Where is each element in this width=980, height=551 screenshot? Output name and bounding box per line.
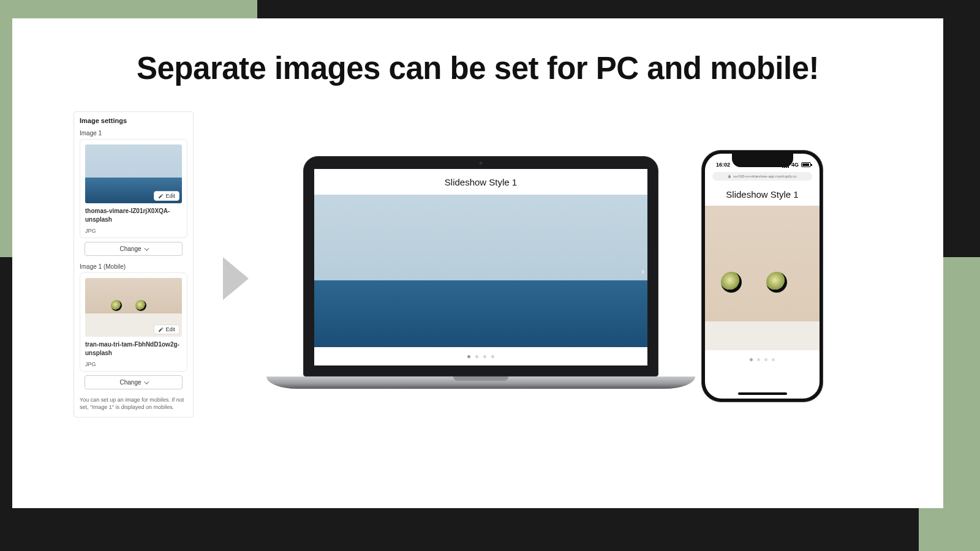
lock-icon [728,174,731,178]
edit-label: Edit [165,193,175,199]
image1-mobile-label: Image 1 (Mobile) [74,261,193,272]
image1-label: Image 1 [74,128,193,139]
carousel-dot[interactable] [757,358,760,361]
image1-change-button[interactable]: Change [85,242,183,256]
address-bar[interactable]: ss-020-un-slideshow-app.myshopify.co [712,172,812,181]
carousel-dot[interactable] [750,358,753,361]
change-label: Change [119,246,141,252]
image1-mobile-card: Edit tran-mau-tri-tam-FbhNdD1ow2g-unspla… [80,272,187,372]
address-text: ss-020-un-slideshow-app.myshopify.co [733,174,796,178]
status-time: 16:02 [716,162,730,168]
image1-card: Edit thomas-vimare-IZ01rjX0XQA-unsplash … [80,139,187,238]
pencil-icon [158,193,164,199]
carousel-dot[interactable] [467,355,470,358]
laptop-screen: Slideshow Style 1 › [314,169,647,365]
image1-mobile-edit-button[interactable]: Edit [154,324,179,334]
image1-mobile-change-button[interactable]: Change [85,375,183,389]
laptop-slide-image[interactable]: › [314,195,647,347]
phone-screen: 16:02 4G ss-020-un-slideshow-app.myshopi… [705,154,820,399]
pencil-icon [158,327,164,332]
phone-slideshow-title: Slideshow Style 1 [705,183,820,206]
phone-slide-image[interactable] [705,206,820,350]
settings-title: Image settings [74,112,193,128]
carousel-dot[interactable] [772,358,775,361]
phone-mockup: 16:02 4G ss-020-un-slideshow-app.myshopi… [701,150,823,402]
page-canvas: Separate images can be set for PC and mo… [12,18,943,508]
mobile-image-help-text: You can set up an image for mobiles. If … [74,395,193,411]
phone-notch [732,154,793,167]
image1-mobile-filename: tran-mau-tri-tam-FbhNdD1ow2g-unsplash [85,340,182,357]
change-label: Change [119,379,141,386]
laptop-mockup: Slideshow Style 1 › [303,156,658,395]
chevron-down-icon [144,379,149,384]
image1-mobile-thumbnail[interactable]: Edit [85,278,182,337]
image1-thumbnail[interactable]: Edit [85,144,182,203]
laptop-base [266,377,695,389]
carousel-dot[interactable] [483,355,486,358]
image1-filetype: JPG [85,228,182,234]
carousel-dot[interactable] [491,355,494,358]
laptop-bezel: Slideshow Style 1 › [303,156,658,377]
image-settings-panel: Image settings Image 1 Edit thomas-vimar… [74,111,194,418]
image1-edit-button[interactable]: Edit [154,191,179,201]
battery-icon [801,162,811,167]
phone-body: 16:02 4G ss-020-un-slideshow-app.myshopi… [701,150,823,402]
carousel-dot[interactable] [475,355,478,358]
laptop-hinge-notch [453,377,508,381]
edit-label: Edit [165,326,175,332]
image1-filename: thomas-vimare-IZ01rjX0XQA-unsplash [85,207,182,223]
cat-eye-decor [135,300,146,311]
camera-icon [480,162,483,165]
phone-carousel-dots [705,350,820,369]
cat-eye-decor [721,272,742,293]
cat-eye-decor [766,272,787,293]
carousel-dot[interactable] [764,358,767,361]
cat-eye-decor [111,300,122,311]
chevron-down-icon [144,246,149,250]
status-network: 4G [791,162,799,168]
home-indicator[interactable] [738,392,787,395]
page-headline: Separate images can be set for PC and mo… [12,50,943,86]
arrow-right-icon [223,257,249,300]
carousel-dots [314,347,647,365]
carousel-next-icon[interactable]: › [641,266,644,276]
image1-mobile-filetype: JPG [85,361,182,367]
laptop-slideshow-title: Slideshow Style 1 [314,169,647,195]
